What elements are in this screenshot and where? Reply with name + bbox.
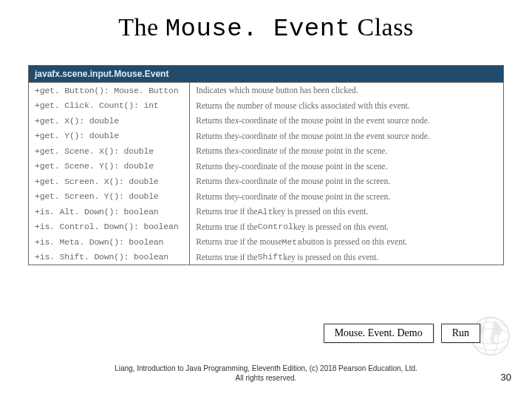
uml-description: Returns true if the Shift key is pressed… (190, 250, 503, 265)
uml-description: Returns the x-coordinate of the mouse po… (190, 174, 503, 189)
uml-description: Indicates which mouse button has been cl… (190, 83, 503, 98)
uml-method: +get. Button(): Mouse. Button (29, 83, 189, 98)
slide-title: The Mouse. Event Class (22, 13, 510, 43)
uml-method: +get. Click. Count(): int (29, 98, 189, 114)
uml-method: +get. Y(): double (29, 129, 189, 144)
uml-description: Returns the y-coordinate of the mouse po… (190, 189, 503, 205)
uml-description: Returns the number of mouse clicks assoc… (190, 98, 503, 114)
uml-description: Returns true if the Alt key is pressed o… (190, 204, 503, 219)
uml-body: +get. Button(): Mouse. Button+get. Click… (29, 83, 503, 265)
uml-method: +get. Scene. X(): double (29, 143, 189, 159)
demo-button[interactable]: Mouse. Event. Demo (324, 324, 434, 343)
uml-class-header: javafx.scene.input.Mouse.Event (29, 66, 503, 83)
title-prefix: The (118, 13, 165, 41)
uml-method: +is. Meta. Down(): boolean (29, 234, 189, 250)
title-suffix: Class (351, 13, 414, 41)
uml-method: +is. Shift. Down(): boolean (29, 250, 189, 265)
uml-description: Returns true if the Control key is press… (190, 219, 503, 235)
uml-method: +get. Screen. Y(): double (29, 189, 189, 205)
footnote-line1: Liang, Introduction to Java Programming,… (115, 364, 417, 372)
run-button[interactable]: Run (441, 324, 480, 343)
uml-description: Returns the x-coordinate of the mouse po… (190, 113, 503, 129)
footnote-line2: All rights reserved. (236, 374, 297, 382)
button-row: Mouse. Event. Demo Run (324, 324, 480, 343)
uml-description: Returns true if the mouse Meta button is… (190, 234, 503, 250)
uml-description: Returns the y-coordinate of the mouse po… (190, 129, 503, 144)
copyright-footnote: Liang, Introduction to Java Programming,… (0, 364, 532, 383)
uml-descriptions-column: Indicates which mouse button has been cl… (190, 83, 503, 265)
uml-description: Returns the y-coordinate of the mouse po… (190, 159, 503, 174)
uml-method: +get. Screen. X(): double (29, 174, 189, 189)
uml-method: +get. X(): double (29, 113, 189, 129)
footer-area: Mouse. Event. Demo Run Liang, Introducti… (0, 310, 532, 399)
uml-method: +is. Control. Down(): boolean (29, 219, 189, 235)
uml-method: +get. Scene. Y(): double (29, 159, 189, 174)
uml-class-box: javafx.scene.input.Mouse.Event +get. But… (28, 65, 504, 265)
uml-description: Returns the x-coordinate of the mouse po… (190, 143, 503, 159)
svg-point-2 (483, 318, 498, 355)
uml-methods-column: +get. Button(): Mouse. Button+get. Click… (29, 83, 190, 265)
title-mono: Mouse. Event (166, 15, 351, 43)
uml-method: +is. Alt. Down(): boolean (29, 204, 189, 219)
page-number: 30 (501, 372, 511, 383)
